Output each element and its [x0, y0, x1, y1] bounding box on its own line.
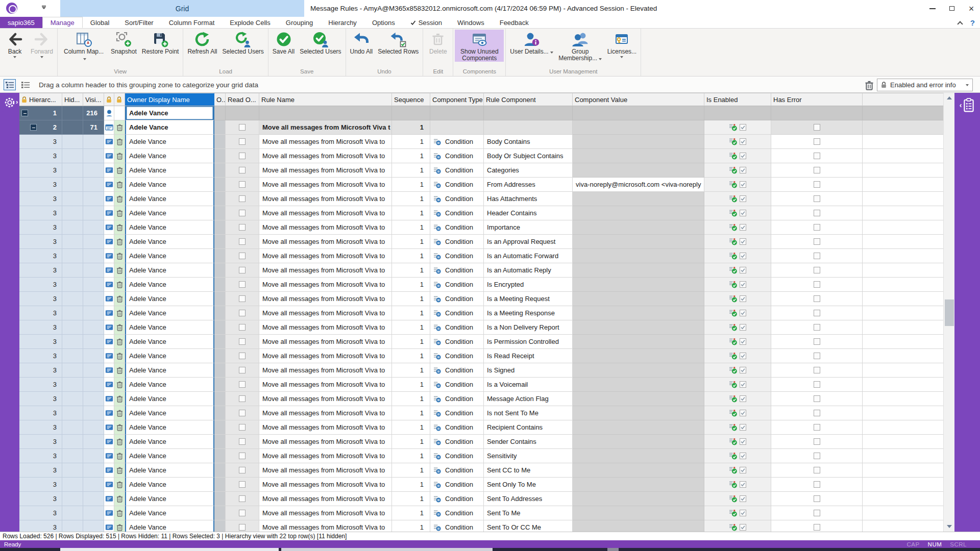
cell-rcomp[interactable]: [484, 120, 573, 135]
cell-cval[interactable]: [573, 135, 704, 149]
cell-seq[interactable]: 1: [392, 349, 430, 363]
cell-rule[interactable]: Move all messages from Microsoft Viva to: [259, 392, 392, 406]
cell-haserr[interactable]: [771, 449, 863, 463]
ribbon-button-licenses[interactable]: Licenses...: [605, 30, 639, 58]
cell-fill[interactable]: [863, 420, 943, 435]
cell-seq[interactable]: 1: [392, 363, 430, 378]
cell-icb[interactable]: [114, 420, 125, 435]
cell-hier[interactable]: 3: [19, 335, 62, 349]
cell-hid[interactable]: [62, 292, 83, 306]
cell-rcomp[interactable]: Sensitivity: [484, 449, 573, 463]
checkbox[interactable]: [814, 310, 820, 316]
cell-ctype[interactable]: Condition: [430, 335, 484, 349]
cell-cval[interactable]: [573, 206, 704, 220]
cell-rcomp[interactable]: Is Encrypted: [484, 278, 573, 292]
cell-owner[interactable]: Adele Vance: [125, 149, 214, 163]
cell-isen[interactable]: [704, 478, 771, 492]
cell-haserr[interactable]: [771, 392, 863, 406]
checkbox[interactable]: [740, 338, 746, 345]
cell-rule[interactable]: Move all messages from Microsoft Viva to: [259, 420, 392, 435]
checkbox[interactable]: [740, 167, 746, 173]
cell-haserr[interactable]: [771, 178, 863, 192]
cell-ica[interactable]: [104, 263, 114, 278]
cell-fill[interactable]: [863, 120, 943, 135]
cell-icb[interactable]: [114, 120, 125, 135]
cell-rcomp[interactable]: Is not Sent To Me: [484, 406, 573, 420]
cell-isen[interactable]: [704, 506, 771, 520]
ribbon-button-show-unused-components[interactable]: Show Unused Components: [455, 30, 504, 62]
checkbox[interactable]: [239, 167, 246, 173]
cell-ica[interactable]: [104, 120, 114, 135]
ribbon-button-undo-all[interactable]: Undo All: [348, 30, 376, 55]
cell-seq[interactable]: 1: [392, 478, 430, 492]
app-logo-icon[interactable]: [6, 3, 17, 14]
cell-haserr[interactable]: [771, 292, 863, 306]
checkbox[interactable]: [740, 324, 746, 331]
cell-ctype[interactable]: Condition: [430, 520, 484, 532]
tab-global[interactable]: Global: [83, 17, 117, 28]
cell-hid[interactable]: [62, 206, 83, 220]
cell-read[interactable]: [226, 278, 259, 292]
cell-icb[interactable]: [114, 320, 125, 335]
cell-read[interactable]: [226, 363, 259, 378]
checkbox[interactable]: [814, 495, 820, 502]
cell-ica[interactable]: [104, 163, 114, 178]
cell-isen[interactable]: [704, 278, 771, 292]
cell-ica[interactable]: [104, 335, 114, 349]
cell-ctype[interactable]: Condition: [430, 478, 484, 492]
ribbon-button-user-details[interactable]: User Details...: [507, 30, 555, 55]
cell-seq[interactable]: 1: [392, 492, 430, 506]
cell-o[interactable]: [214, 278, 226, 292]
column-header-read[interactable]: Read O...: [226, 93, 259, 106]
cell-visi[interactable]: [83, 220, 104, 235]
checkbox[interactable]: [814, 395, 820, 402]
cell-seq[interactable]: 1: [392, 420, 430, 435]
checkbox[interactable]: [740, 181, 746, 188]
cell-hid[interactable]: [62, 449, 83, 463]
cell-ica[interactable]: [104, 320, 114, 335]
cell-isen[interactable]: [704, 235, 771, 249]
cell-cval[interactable]: [573, 306, 704, 320]
cell-seq[interactable]: 1: [392, 306, 430, 320]
tab-windows[interactable]: Windows: [450, 17, 492, 28]
column-header-hier[interactable]: Hierarc...: [19, 93, 62, 106]
cell-owner[interactable]: Adele Vance: [125, 306, 214, 320]
cell-haserr[interactable]: [771, 163, 863, 178]
cell-isen[interactable]: [704, 378, 771, 392]
cell-o[interactable]: [214, 406, 226, 420]
cell-o[interactable]: [214, 435, 226, 449]
cell-owner[interactable]: Adele Vance: [125, 463, 214, 478]
checkbox[interactable]: [239, 338, 246, 345]
cell-visi[interactable]: [83, 435, 104, 449]
cell-seq[interactable]: 1: [392, 292, 430, 306]
cell-haserr[interactable]: [771, 349, 863, 363]
cell-o[interactable]: [214, 249, 226, 263]
cell-hid[interactable]: [62, 392, 83, 406]
cell-hid[interactable]: [62, 149, 83, 163]
cell-ctype[interactable]: Condition: [430, 206, 484, 220]
cell-read[interactable]: [226, 449, 259, 463]
cell-hier[interactable]: 3: [19, 378, 62, 392]
cell-visi[interactable]: [83, 292, 104, 306]
cell-read[interactable]: [226, 492, 259, 506]
cell-fill[interactable]: [863, 263, 943, 278]
cell-visi[interactable]: [83, 420, 104, 435]
cell-read[interactable]: [226, 320, 259, 335]
cell-icb[interactable]: [114, 163, 125, 178]
cell-fill[interactable]: [863, 149, 943, 163]
cell-cval[interactable]: [573, 435, 704, 449]
cell-isen[interactable]: [704, 320, 771, 335]
cell-icb[interactable]: [114, 335, 125, 349]
cell-fill[interactable]: [863, 178, 943, 192]
cell-hid[interactable]: [62, 192, 83, 206]
checkbox[interactable]: [814, 295, 820, 302]
cell-icb[interactable]: [114, 463, 125, 478]
cell-icb[interactable]: [114, 178, 125, 192]
cell-owner[interactable]: Adele Vance: [125, 278, 214, 292]
cell-isen[interactable]: [704, 220, 771, 235]
checkbox[interactable]: [239, 253, 246, 259]
table-row[interactable]: 3Adele VanceMove all messages from Micro…: [19, 420, 943, 435]
cell-fill[interactable]: [863, 406, 943, 420]
cell-seq[interactable]: [392, 106, 430, 120]
tab-manage[interactable]: Manage: [42, 17, 83, 28]
